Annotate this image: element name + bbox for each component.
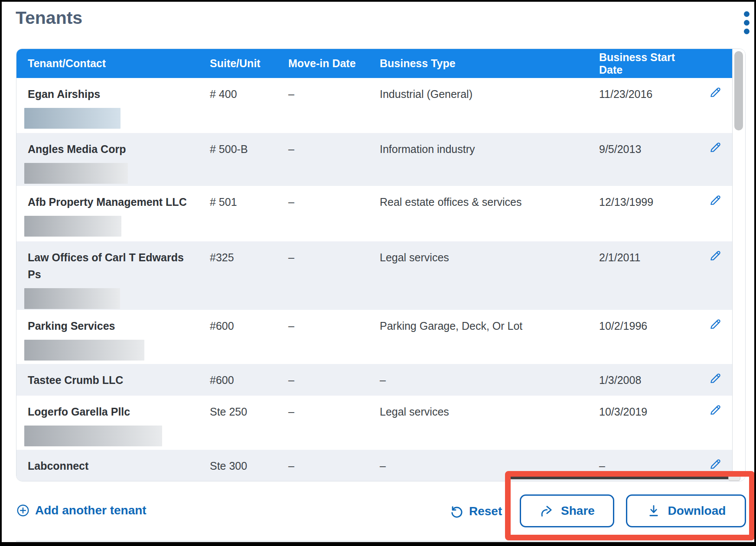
reset-icon (449, 504, 465, 519)
move-in-date-cell: – (288, 194, 380, 241)
business-type-cell: Legal services (380, 403, 599, 450)
suite-cell: #600 (210, 318, 288, 364)
business-type-cell: Real estate offices & services (380, 194, 599, 241)
redacted-contact-bar (24, 288, 120, 309)
tenant-name: Afb Property Management LLC (28, 194, 198, 211)
move-in-date-cell: – (288, 249, 380, 310)
business-start-date-cell: 2/1/2011 (599, 249, 681, 310)
col-header-business-start-date: Business Start Date (599, 51, 681, 76)
table-row[interactable]: Afb Property Management LLC # 501 – Real… (16, 186, 732, 241)
download-label: Download (668, 504, 726, 518)
add-tenant-label: Add another tenant (35, 504, 147, 517)
col-header-tenant: Tenant/Contact (16, 57, 210, 70)
business-start-date-cell: 11/23/2016 (599, 86, 681, 133)
suite-cell: #325 (210, 249, 288, 310)
share-icon (539, 504, 554, 518)
move-in-date-cell: – (288, 141, 380, 186)
page-title: Tenants (16, 8, 82, 28)
table-row[interactable]: Egan Airships # 400 – Industrial (Genera… (16, 78, 732, 133)
redacted-contact-bar (24, 108, 121, 129)
table-bottom-shadow (510, 475, 735, 479)
edit-pencil-icon[interactable] (709, 403, 722, 416)
reset-button[interactable]: Reset (449, 504, 502, 519)
kebab-dot (744, 29, 749, 34)
section-divider (16, 541, 752, 542)
tenants-table: Tenant/Contact Suite/Unit Move-in Date B… (16, 49, 746, 481)
suite-cell: # 400 (210, 86, 288, 133)
move-in-date-cell: – (288, 403, 380, 450)
table-row[interactable]: Law Offices of Carl T Edwards Ps #325 – … (16, 241, 732, 310)
business-start-date-cell: 9/5/2013 (599, 141, 681, 186)
edit-pencil-icon[interactable] (709, 372, 722, 385)
business-type-cell: Industrial (General) (380, 86, 599, 133)
tenant-cell: Labconnect (16, 458, 210, 481)
move-in-date-cell: – (288, 318, 380, 364)
move-in-date-cell: – (288, 458, 380, 481)
suite-cell: Ste 250 (210, 403, 288, 450)
actions-cell (681, 249, 732, 310)
plus-circle-icon (16, 504, 30, 517)
col-header-business-type: Business Type (380, 57, 599, 70)
col-header-suite: Suite/Unit (210, 57, 288, 70)
tenant-cell: Afb Property Management LLC (16, 194, 210, 241)
tenant-cell: Angles Media Corp (16, 141, 210, 186)
tenant-name: Logerfo Garella Pllc (28, 403, 198, 420)
kebab-menu-icon[interactable] (744, 11, 749, 34)
business-start-date-cell: 10/2/1996 (599, 318, 681, 364)
edit-pencil-icon[interactable] (709, 249, 722, 262)
tenant-name: Tastee Crumb LLC (28, 372, 198, 389)
tenant-name: Egan Airships (28, 86, 198, 103)
actions-cell (681, 86, 732, 133)
tenant-name: Angles Media Corp (28, 141, 198, 158)
reset-label: Reset (469, 504, 502, 518)
table-content: Tenant/Contact Suite/Unit Move-in Date B… (16, 49, 732, 481)
scrollbar-thumb[interactable] (734, 51, 743, 130)
tenant-cell: Tastee Crumb LLC (16, 372, 210, 396)
business-type-cell: Legal services (380, 249, 599, 310)
vertical-scrollbar[interactable] (732, 49, 745, 481)
suite-cell: #600 (210, 372, 288, 396)
edit-pencil-icon[interactable] (709, 194, 722, 207)
kebab-dot (744, 11, 749, 17)
tenant-name: Law Offices of Carl T Edwards Ps (28, 249, 198, 283)
business-start-date-cell: 10/3/2019 (599, 403, 681, 450)
download-icon (646, 504, 661, 518)
table-row[interactable]: Tastee Crumb LLC #600 – – 1/3/2008 (16, 364, 732, 396)
download-button[interactable]: Download (626, 494, 746, 527)
suite-cell: # 500-B (210, 141, 288, 186)
tenant-name: Labconnect (28, 458, 198, 474)
col-header-move-in: Move-in Date (288, 57, 380, 70)
add-tenant-button[interactable]: Add another tenant (16, 504, 147, 517)
edit-pencil-icon[interactable] (709, 458, 722, 471)
redacted-contact-bar (24, 216, 121, 237)
business-start-date-cell: 12/13/1999 (599, 194, 681, 241)
actions-cell (681, 372, 732, 396)
suite-cell: # 501 (210, 194, 288, 241)
table-row[interactable]: Parking Services #600 – Parking Garage, … (16, 310, 732, 364)
kebab-dot (744, 20, 749, 26)
redacted-contact-bar (24, 163, 128, 184)
actions-cell (681, 403, 732, 450)
share-label: Share (561, 504, 595, 518)
edit-pencil-icon[interactable] (709, 318, 722, 331)
suite-cell: Ste 300 (210, 458, 288, 481)
share-button[interactable]: Share (520, 494, 614, 527)
table-row[interactable]: Angles Media Corp # 500-B – Information … (16, 133, 732, 186)
tenant-cell: Logerfo Garella Pllc (16, 403, 210, 450)
tenant-cell: Parking Services (16, 318, 210, 364)
business-type-cell: Parking Garage, Deck, Or Lot (380, 318, 599, 364)
redacted-contact-bar (24, 426, 162, 446)
scrollbar-bottom-cap (728, 474, 740, 481)
business-type-cell: – (380, 372, 599, 396)
actions-cell (681, 194, 732, 241)
table-row[interactable]: Logerfo Garella Pllc Ste 250 – Legal ser… (16, 396, 732, 450)
tenant-cell: Law Offices of Carl T Edwards Ps (16, 249, 210, 310)
tenant-name: Parking Services (28, 318, 198, 335)
edit-pencil-icon[interactable] (709, 86, 722, 99)
edit-pencil-icon[interactable] (709, 141, 722, 154)
table-header-row: Tenant/Contact Suite/Unit Move-in Date B… (16, 49, 732, 78)
actions-cell (681, 318, 732, 364)
business-start-date-cell: 1/3/2008 (599, 372, 681, 396)
move-in-date-cell: – (288, 372, 380, 396)
move-in-date-cell: – (288, 86, 380, 133)
